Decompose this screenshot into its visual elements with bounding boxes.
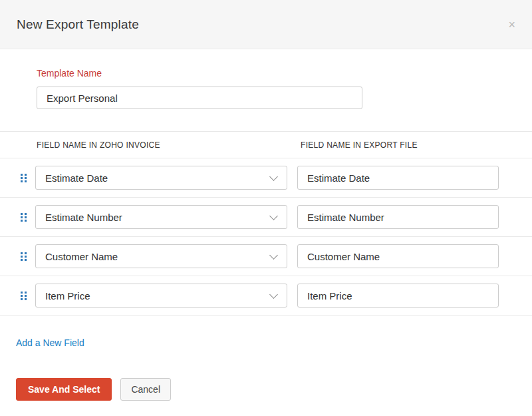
drag-dot (25, 298, 27, 300)
zoho-field-select-wrap: Estimate Number (35, 205, 287, 229)
dialog-header: New Export Template × (0, 0, 532, 49)
drag-dot (25, 259, 27, 261)
table-row: Estimate Number (0, 198, 532, 237)
cancel-button[interactable]: Cancel (120, 378, 171, 401)
export-field-input[interactable] (297, 205, 499, 229)
table-row: Item Price (0, 276, 532, 315)
save-and-select-button[interactable]: Save And Select (16, 378, 112, 401)
drag-dot (25, 252, 27, 254)
drag-dot (25, 292, 27, 294)
drag-dot (25, 174, 27, 176)
zoho-field-select[interactable]: Item Price (35, 284, 287, 308)
drag-dot (21, 177, 23, 179)
drag-dot (25, 177, 27, 179)
new-export-template-dialog: New Export Template × Template Name FIEL… (0, 0, 532, 401)
zoho-field-select[interactable]: Customer Name (35, 244, 287, 268)
drag-dot (25, 180, 27, 182)
drag-dot (25, 256, 27, 258)
table-row: Estimate Date (0, 158, 532, 198)
export-field-input[interactable] (297, 284, 499, 308)
drag-dot (21, 292, 23, 294)
drag-dot (21, 295, 23, 297)
table-row: Customer Name (0, 237, 532, 276)
export-field-input[interactable] (297, 244, 499, 268)
zoho-field-select-wrap: Estimate Date (35, 166, 287, 190)
drag-dot (21, 216, 23, 218)
drag-dot (21, 252, 23, 254)
drag-dot (21, 180, 23, 182)
zoho-field-select-wrap: Customer Name (35, 244, 287, 268)
table-header-row: FIELD NAME IN ZOHO INVOICE FIELD NAME IN… (0, 131, 532, 158)
drag-dot (25, 295, 27, 297)
template-name-group: Template Name (37, 68, 532, 109)
dialog-title: New Export Template (17, 17, 139, 32)
drag-dot (25, 220, 27, 222)
zoho-field-select[interactable]: Estimate Number (35, 205, 287, 229)
drag-handle-icon[interactable] (21, 252, 27, 261)
drag-handle-icon[interactable] (21, 292, 27, 300)
field-rows: Estimate Date Estimate Number Customer N… (0, 158, 532, 315)
drag-dot (25, 216, 27, 218)
dialog-body: Template Name FIELD NAME IN ZOHO INVOICE… (0, 49, 532, 401)
drag-dot (21, 259, 23, 261)
zoho-field-select-wrap: Item Price (35, 284, 287, 308)
field-mapping-table: FIELD NAME IN ZOHO INVOICE FIELD NAME IN… (0, 131, 532, 315)
template-name-label: Template Name (37, 68, 532, 79)
drag-dot (21, 213, 23, 215)
button-row: Save And Select Cancel (16, 378, 532, 401)
drag-handle-icon[interactable] (21, 174, 27, 182)
column-header-zoho-field: FIELD NAME IN ZOHO INVOICE (37, 140, 301, 150)
add-field-link[interactable]: Add a New Field (16, 337, 84, 348)
export-field-input[interactable] (297, 166, 499, 190)
drag-dot (21, 256, 23, 258)
drag-dot (21, 298, 23, 300)
drag-dot (21, 220, 23, 222)
drag-dot (25, 213, 27, 215)
drag-dot (21, 174, 23, 176)
close-icon[interactable]: × (508, 19, 515, 31)
template-name-input[interactable] (37, 87, 362, 109)
zoho-field-select[interactable]: Estimate Date (35, 166, 287, 190)
column-header-export-field: FIELD NAME IN EXPORT FILE (301, 140, 418, 150)
drag-handle-icon[interactable] (21, 213, 27, 222)
